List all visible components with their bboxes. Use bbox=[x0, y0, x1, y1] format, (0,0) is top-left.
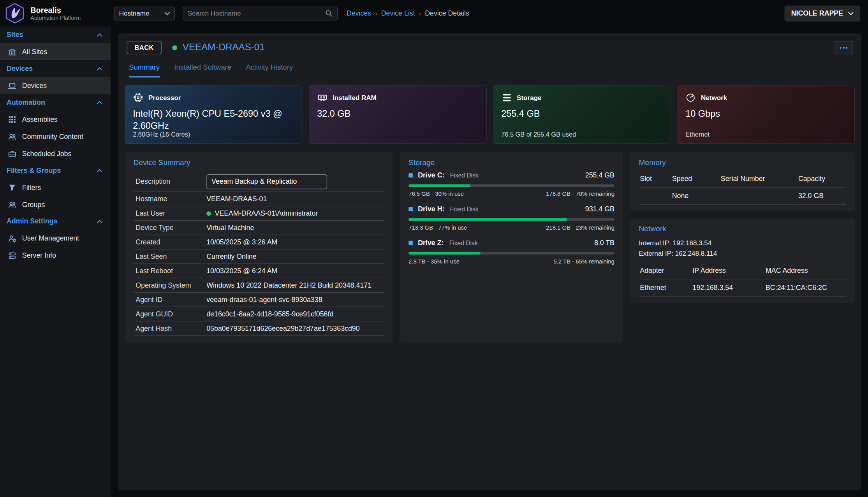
sidebar-item-devices[interactable]: Devices bbox=[0, 77, 111, 94]
drive-size: 8.0 TB bbox=[594, 239, 614, 247]
summary-row-agent-guid: Agent GUID de16c0c1-8aa2-4d18-9585-9ce91… bbox=[134, 307, 384, 321]
topbar: Borealis Automation Platform Hostname De… bbox=[0, 0, 868, 26]
drive-remaining-text: 178.8 GB - 70% remaining bbox=[546, 190, 614, 197]
tab-summary[interactable]: Summary bbox=[129, 63, 160, 77]
drive-type: Fixed Disk bbox=[450, 206, 479, 212]
breadcrumb-separator: › bbox=[375, 9, 377, 17]
sidebar-section-admin-settings[interactable]: Admin Settings bbox=[0, 213, 111, 230]
sidebar-item-label: Scheduled Jobs bbox=[22, 150, 71, 158]
row-value: 05ba0e7935171d626ecea29b27d7ae175363cd90 bbox=[206, 325, 359, 332]
chevron-up-icon bbox=[97, 100, 102, 104]
row-label: Last User bbox=[136, 209, 206, 217]
summary-row-created: Created 10/05/2025 @ 3:26 AM bbox=[134, 235, 384, 249]
summary-row-hostname: Hostname VEEAM-DRAAS-01 bbox=[134, 192, 384, 206]
drive-usage-bar bbox=[408, 184, 614, 187]
row-label: Agent ID bbox=[136, 296, 206, 304]
speed-gauge-icon bbox=[685, 92, 696, 103]
sidebar-item-filters[interactable]: Filters bbox=[0, 179, 111, 196]
right-column: Memory Slot Speed Serial Number Capacity… bbox=[630, 152, 855, 342]
user-menu-button[interactable]: NICOLE RAPPE bbox=[785, 5, 860, 21]
card-label: Storage bbox=[517, 94, 542, 102]
chevron-up-icon bbox=[97, 67, 102, 70]
sidebar-item-groups[interactable]: Groups bbox=[0, 196, 111, 213]
processor-card: Processor Intel(R) Xeon(R) CPU E5-2690 v… bbox=[125, 85, 302, 144]
memory-cell-speed: None bbox=[671, 188, 720, 205]
section-label: Admin Settings bbox=[7, 218, 57, 225]
row-label: Operating System bbox=[136, 281, 206, 289]
row-label: Description bbox=[136, 177, 206, 185]
sidebar-item-label: Devices bbox=[22, 82, 47, 90]
more-options-button[interactable] bbox=[835, 41, 852, 54]
people-icon bbox=[8, 200, 17, 209]
row-label: Last Seen bbox=[136, 253, 206, 260]
sidebar-item-server-info[interactable]: Server Info bbox=[0, 247, 111, 264]
breadcrumb-separator: › bbox=[419, 9, 421, 17]
network-header-ip: IP Address bbox=[692, 263, 765, 279]
ram-value: 32.0 GB bbox=[317, 108, 473, 120]
summary-row-agent-id: Agent ID veeam-draas-01-agent-svc-8930a3… bbox=[134, 293, 384, 307]
network-panel: Network Internal IP: 192.168.3.54 Extern… bbox=[630, 218, 855, 303]
sidebar-item-scheduled-jobs[interactable]: Scheduled Jobs bbox=[0, 145, 111, 162]
memory-header-serial: Serial Number bbox=[720, 172, 797, 188]
sidebar-item-label: Assemblies bbox=[22, 115, 58, 123]
drive-name: Drive H: bbox=[418, 205, 444, 213]
cpu-icon bbox=[133, 92, 143, 103]
drive-type: Fixed Disk bbox=[450, 172, 479, 179]
row-value: VEEAM-DRAAS-01 bbox=[206, 195, 267, 203]
sidebar-item-community-content[interactable]: Community Content bbox=[0, 128, 111, 145]
hostname-filter-select[interactable]: Hostname bbox=[114, 6, 175, 20]
memory-cell-capacity: 32.0 GB bbox=[797, 188, 846, 205]
drive-used-text: 2.8 TB - 35% in use bbox=[408, 258, 460, 264]
drive-row-h: Drive H: Fixed Disk 931.4 GB 713.3 GB - … bbox=[408, 205, 614, 230]
sidebar-item-all-sites[interactable]: All Sites bbox=[0, 43, 111, 60]
section-label: Filters & Groups bbox=[7, 167, 61, 174]
memory-header-slot: Slot bbox=[639, 172, 671, 188]
back-button[interactable]: BACK bbox=[127, 41, 162, 54]
sidebar-section-sites[interactable]: Sites bbox=[0, 26, 111, 43]
row-label: Hostname bbox=[136, 195, 206, 203]
row-value: Currently Online bbox=[206, 253, 256, 260]
sidebar-section-filters-groups[interactable]: Filters & Groups bbox=[0, 162, 111, 179]
drive-usage-bar bbox=[408, 252, 614, 255]
drive-remaining-text: 5.2 TB - 65% remaining bbox=[553, 258, 614, 264]
online-dot bbox=[206, 211, 211, 215]
people-icon bbox=[8, 132, 17, 141]
sidebar-section-automation[interactable]: Automation bbox=[0, 94, 111, 111]
tab-installed-software[interactable]: Installed Software bbox=[174, 63, 231, 77]
user-gear-icon bbox=[8, 234, 17, 243]
sidebar-section-devices[interactable]: Devices bbox=[0, 60, 111, 77]
row-label: Device Type bbox=[136, 224, 206, 232]
sidebar-item-label: Groups bbox=[22, 200, 45, 208]
breadcrumb-device-list[interactable]: Device List bbox=[381, 9, 415, 17]
panel-title: Memory bbox=[639, 158, 846, 167]
drive-type: Fixed Disk bbox=[449, 240, 478, 246]
search-icon bbox=[325, 9, 333, 17]
network-cell-mac: BC:24:11:CA:C6:2C bbox=[764, 279, 846, 297]
storage-value: 255.4 GB bbox=[501, 108, 657, 120]
storage-stack-icon bbox=[501, 92, 512, 103]
briefcase-icon bbox=[8, 149, 17, 158]
sidebar-item-user-management[interactable]: User Management bbox=[0, 230, 111, 247]
device-tabs: Summary Installed Software Activity Hist… bbox=[125, 63, 855, 77]
memory-header-capacity: Capacity bbox=[797, 172, 846, 188]
sidebar-item-assemblies[interactable]: Assemblies bbox=[0, 111, 111, 128]
description-input[interactable] bbox=[206, 174, 327, 189]
row-value: Virtual Machine bbox=[206, 224, 254, 232]
network-value: 10 Gbps bbox=[685, 108, 842, 120]
search-input[interactable] bbox=[188, 9, 325, 17]
card-label: Processor bbox=[148, 94, 181, 102]
chevron-down-icon bbox=[848, 11, 854, 15]
drive-used-text: 76.5 GB - 30% in use bbox=[408, 190, 464, 197]
tab-activity-history[interactable]: Activity History bbox=[246, 63, 293, 77]
breadcrumb-current: Device Details bbox=[425, 9, 469, 17]
brand-logo-block: Borealis Automation Platform bbox=[0, 3, 111, 24]
chevron-up-icon bbox=[97, 33, 102, 37]
drive-name: Drive Z: bbox=[418, 239, 444, 247]
drive-size: 931.4 GB bbox=[585, 205, 614, 213]
storage-card: Storage 255.4 GB 76.5 GB of 255.4 GB use… bbox=[493, 85, 671, 144]
row-label: Agent GUID bbox=[136, 310, 206, 318]
row-label: Created bbox=[136, 238, 206, 246]
breadcrumb-devices[interactable]: Devices bbox=[347, 9, 371, 17]
drive-icon bbox=[408, 241, 413, 245]
drive-icon bbox=[408, 173, 413, 177]
